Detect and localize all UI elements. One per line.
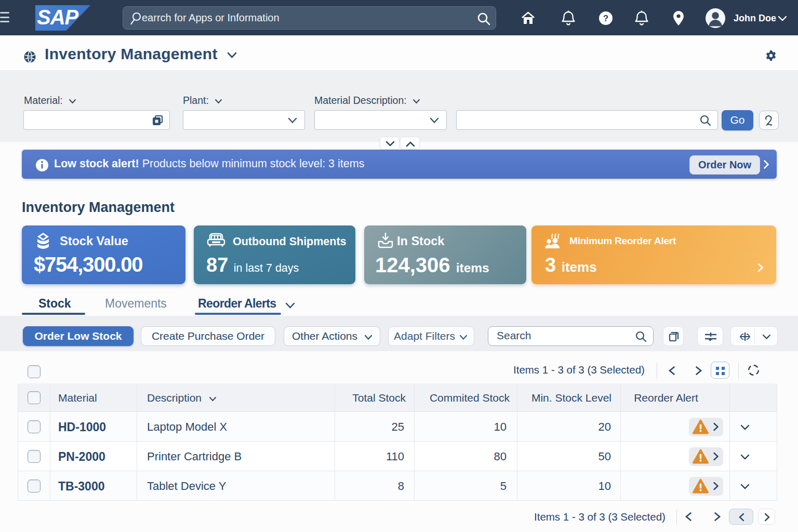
svg-text:?: ? — [603, 14, 608, 23]
